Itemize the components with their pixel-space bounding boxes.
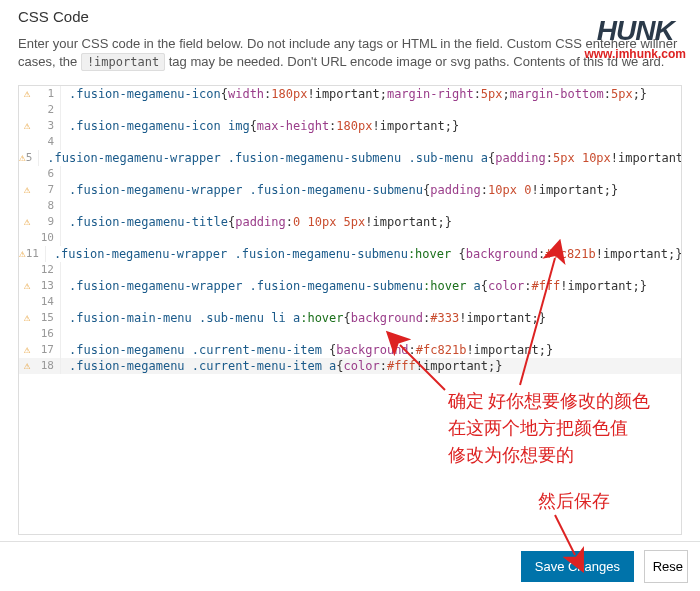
line-number: 13 xyxy=(35,278,61,294)
important-tag-code: !important xyxy=(81,53,165,71)
line-number: 8 xyxy=(35,198,61,214)
line-number: 17 xyxy=(35,342,61,358)
code-line[interactable]: ⚠11.fusion-megamenu-wrapper .fusion-mega… xyxy=(19,246,681,262)
code-content[interactable]: .fusion-megamenu-wrapper .fusion-megamen… xyxy=(46,246,682,262)
line-number: 1 xyxy=(35,86,61,102)
reset-button[interactable]: Rese xyxy=(644,550,688,583)
line-number: 12 xyxy=(35,262,61,278)
line-number: 14 xyxy=(35,294,61,310)
line-number: 10 xyxy=(35,230,61,246)
code-line[interactable]: 10 xyxy=(19,230,681,246)
code-content[interactable]: .fusion-megamenu .current-menu-item a{co… xyxy=(61,358,503,374)
warning-icon: ⚠ xyxy=(19,214,35,230)
code-line[interactable]: ⚠9.fusion-megamenu-title{padding:0 10px … xyxy=(19,214,681,230)
code-content[interactable]: .fusion-main-menu .sub-menu li a:hover{b… xyxy=(61,310,546,326)
code-line[interactable]: ⚠17.fusion-megamenu .current-menu-item {… xyxy=(19,342,681,358)
line-number: 15 xyxy=(35,310,61,326)
code-content[interactable]: .fusion-megamenu-wrapper .fusion-megamen… xyxy=(39,150,682,166)
line-number: 11 xyxy=(26,246,46,262)
line-number: 9 xyxy=(35,214,61,230)
warning-icon: ⚠ xyxy=(19,246,26,262)
watermark-logo: HUNK xyxy=(584,15,686,47)
footer-actions: Save Changes Rese xyxy=(0,541,700,591)
code-content[interactable]: .fusion-megamenu-wrapper .fusion-megamen… xyxy=(61,182,618,198)
code-line[interactable]: ⚠18.fusion-megamenu .current-menu-item a… xyxy=(19,358,681,374)
section-title: CSS Code xyxy=(18,8,682,25)
line-number: 4 xyxy=(35,134,61,150)
line-number: 3 xyxy=(35,118,61,134)
code-line[interactable]: ⚠15.fusion-main-menu .sub-menu li a:hove… xyxy=(19,310,681,326)
code-line[interactable]: ⚠13.fusion-megamenu-wrapper .fusion-mega… xyxy=(19,278,681,294)
warning-icon: ⚠ xyxy=(19,86,35,102)
warning-icon: ⚠ xyxy=(19,342,35,358)
code-content[interactable]: .fusion-megamenu-title{padding:0 10px 5p… xyxy=(61,214,452,230)
code-line[interactable]: 14 xyxy=(19,294,681,310)
code-line[interactable]: ⚠1.fusion-megamenu-icon{width:180px!impo… xyxy=(19,86,681,102)
line-number: 6 xyxy=(35,166,61,182)
code-line[interactable]: ⚠3.fusion-megamenu-icon img{max-height:1… xyxy=(19,118,681,134)
code-line[interactable]: ⚠7.fusion-megamenu-wrapper .fusion-megam… xyxy=(19,182,681,198)
code-content[interactable]: .fusion-megamenu-wrapper .fusion-megamen… xyxy=(61,278,647,294)
warning-icon: ⚠ xyxy=(19,358,35,374)
watermark-url: www.imhunk.com xyxy=(584,47,686,61)
warning-icon: ⚠ xyxy=(19,278,35,294)
line-number: 16 xyxy=(35,326,61,342)
code-line[interactable]: 6 xyxy=(19,166,681,182)
code-content[interactable]: .fusion-megamenu .current-menu-item {bac… xyxy=(61,342,553,358)
code-line[interactable]: 2 xyxy=(19,102,681,118)
line-number: 7 xyxy=(35,182,61,198)
code-line[interactable]: ⚠5.fusion-megamenu-wrapper .fusion-megam… xyxy=(19,150,681,166)
annotation-text-2: 然后保存 xyxy=(538,488,610,515)
annotation-text-1: 确定 好你想要修改的颜色 在这两个地方把颜色值 修改为你想要的 xyxy=(448,388,651,469)
save-changes-button[interactable]: Save Changes xyxy=(521,551,634,582)
line-number: 2 xyxy=(35,102,61,118)
watermark: HUNK www.imhunk.com xyxy=(584,15,686,61)
line-number: 5 xyxy=(26,150,40,166)
code-line[interactable]: 12 xyxy=(19,262,681,278)
warning-icon: ⚠ xyxy=(19,310,35,326)
line-number: 18 xyxy=(35,358,61,374)
code-line[interactable]: 16 xyxy=(19,326,681,342)
code-content[interactable]: .fusion-megamenu-icon img{max-height:180… xyxy=(61,118,459,134)
warning-icon: ⚠ xyxy=(19,118,35,134)
code-content[interactable]: .fusion-megamenu-icon{width:180px!import… xyxy=(61,86,647,102)
warning-icon: ⚠ xyxy=(19,182,35,198)
warning-icon: ⚠ xyxy=(19,150,26,166)
code-line[interactable]: 4 xyxy=(19,134,681,150)
section-description: Enter your CSS code in the field below. … xyxy=(18,35,682,71)
code-line[interactable]: 8 xyxy=(19,198,681,214)
